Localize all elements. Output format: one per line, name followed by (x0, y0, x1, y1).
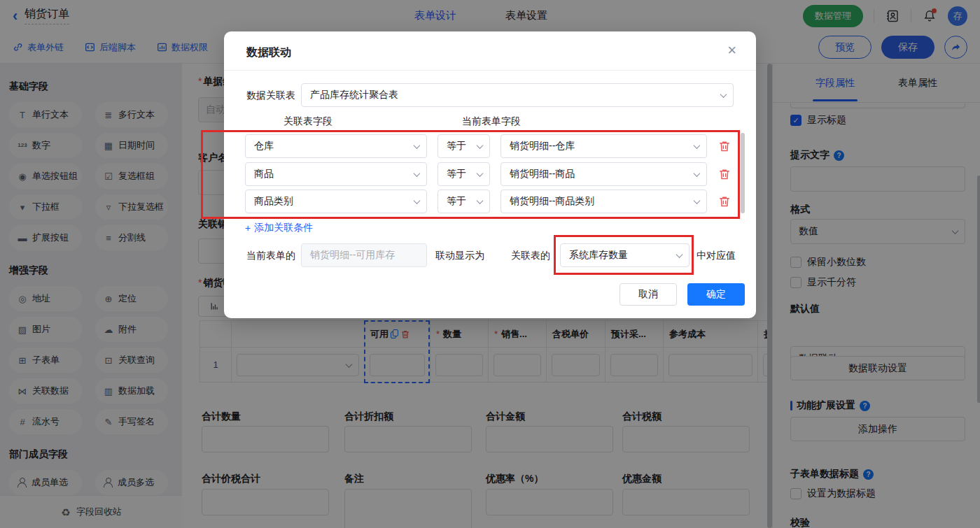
app-window: ‹ 销货订单 表单设计 表单设置 数据管理 存 表单外链 (0, 0, 980, 528)
condition-1-right-select[interactable]: 销货明细--仓库 (500, 134, 707, 158)
delete-condition-2-icon[interactable] (718, 168, 731, 180)
suffix-label: 中对应值 (696, 250, 736, 262)
condition-1-left-select[interactable]: 仓库 (245, 134, 427, 158)
delete-condition-1-icon[interactable] (718, 140, 731, 152)
chevron-down-icon (414, 197, 421, 204)
chevron-down-icon (720, 91, 727, 98)
condition-2-right-select[interactable]: 销货明细--商品 (500, 162, 707, 186)
modal-divider (224, 70, 756, 71)
chevron-down-icon (694, 142, 701, 149)
condition-1-operator-select[interactable]: 等于 (438, 134, 490, 158)
delete-condition-3-icon[interactable] (718, 195, 731, 208)
chevron-down-icon (414, 170, 421, 177)
current-form-label: 当前表单的 (246, 250, 295, 262)
condition-3-left-select[interactable]: 商品类别 (245, 190, 427, 213)
confirm-button[interactable]: 确定 (687, 283, 745, 306)
plus-icon: + (245, 222, 251, 234)
condition-3-operator-select[interactable]: 等于 (438, 190, 490, 213)
close-icon[interactable]: × (727, 43, 736, 58)
related-field-select[interactable]: 系统库存数量 (560, 243, 690, 267)
chevron-down-icon (477, 170, 484, 177)
condition-2-operator-select[interactable]: 等于 (438, 162, 490, 186)
related-table-label: 关联表的 (511, 250, 550, 262)
display-as-label: 联动显示为 (435, 250, 484, 262)
chevron-down-icon (477, 142, 484, 149)
chevron-down-icon (477, 197, 484, 204)
cancel-button[interactable]: 取消 (620, 283, 677, 306)
chevron-down-icon (414, 142, 421, 149)
column-header-left: 关联表字段 (284, 115, 332, 128)
column-header-right: 当前表单字段 (462, 115, 521, 128)
chevron-down-icon (694, 170, 701, 177)
linked-table-select[interactable]: 产品库存统计聚合表 (301, 83, 734, 107)
condition-2-left-select[interactable]: 商品 (245, 162, 427, 186)
chevron-down-icon (676, 251, 683, 258)
current-field-input: 销货明细--可用库存 (301, 243, 427, 267)
data-linkage-modal: 数据联动 × 数据关联表 产品库存统计聚合表 关联表字段 当前表单字段 仓库 等… (224, 31, 756, 318)
modal-title: 数据联动 (246, 45, 291, 60)
chevron-down-icon (694, 197, 701, 204)
modal-scrollbar[interactable] (741, 133, 745, 213)
condition-3-right-select[interactable]: 销货明细--商品类别 (500, 190, 707, 213)
linked-table-label: 数据关联表 (246, 90, 295, 102)
add-condition-link[interactable]: + 添加关联条件 (245, 222, 313, 234)
